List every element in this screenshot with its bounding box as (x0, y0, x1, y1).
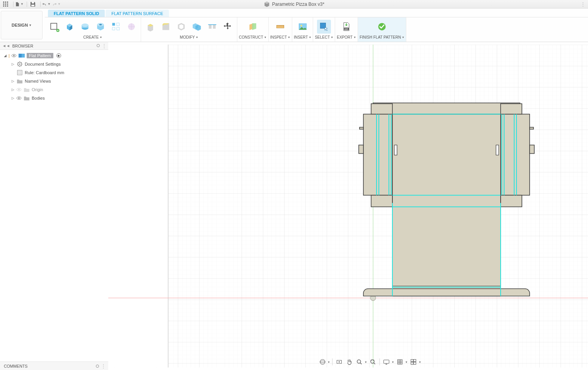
group-insert: INSERT▼ (292, 17, 313, 42)
ribbon-body: FLAT PATTERN SOLID FLAT PATTERN SURFACE (45, 8, 588, 42)
document-title: Parametric Pizza Box v3* (264, 1, 324, 7)
align-icon[interactable] (205, 20, 219, 34)
divider (380, 358, 380, 365)
expand-arrow-icon[interactable]: ▷ (11, 79, 15, 83)
caret-down-icon[interactable]: ▼ (353, 36, 356, 39)
comments-label: COMMENTS (4, 364, 27, 368)
revolve-icon[interactable] (78, 20, 92, 34)
caret-down-icon[interactable]: ▼ (405, 361, 408, 363)
combine-icon[interactable] (190, 20, 204, 34)
apps-grid-icon[interactable] (2, 0, 10, 8)
finish-flat-pattern-icon[interactable] (375, 20, 389, 34)
design-label: DESIGN (12, 23, 28, 27)
caret-down-icon[interactable]: ▼ (264, 36, 267, 39)
svg-rect-53 (363, 114, 392, 195)
svg-rect-96 (411, 360, 413, 362)
svg-rect-22 (209, 25, 211, 29)
options-dot-icon[interactable] (97, 44, 100, 47)
viewport-layout-icon[interactable] (409, 358, 418, 366)
select-icon[interactable] (317, 20, 331, 34)
svg-point-42 (18, 97, 20, 99)
workspace-switcher[interactable]: DESIGN ▼ (1, 11, 43, 39)
panel-grip-icon[interactable]: ⋮ (580, 1, 586, 7)
hole-icon[interactable] (94, 20, 107, 34)
create-label: CREATE (84, 35, 99, 39)
svg-rect-17 (112, 23, 115, 25)
expand-arrow-icon[interactable]: ▷ (11, 96, 15, 100)
visibility-off-icon[interactable] (16, 87, 22, 92)
pattern-icon[interactable] (109, 20, 123, 34)
extrude-icon[interactable] (63, 20, 77, 34)
save-icon[interactable] (29, 0, 37, 8)
tree-root[interactable]: ◢ | Flat Pattern (2, 51, 107, 60)
shell-icon[interactable] (174, 20, 188, 34)
tab-flat-pattern-solid[interactable]: FLAT PATTERN SOLID (48, 10, 105, 17)
tree-document-settings[interactable]: ▷ Document Settings (2, 60, 107, 68)
divider: | (9, 53, 10, 58)
tab-flat-pattern-surface[interactable]: FLAT PATTERN SURFACE (106, 10, 169, 17)
expand-arrow-icon[interactable]: ▷ (11, 62, 15, 66)
press-pull-icon[interactable] (143, 20, 157, 34)
tree-bodies[interactable]: ▷ Bodies (2, 94, 107, 102)
move-icon[interactable] (221, 20, 235, 34)
divider (40, 2, 41, 7)
display-settings-icon[interactable] (382, 358, 391, 366)
caret-down-icon: ▼ (20, 2, 24, 6)
caret-down-icon[interactable]: ▼ (196, 36, 198, 39)
panel-grip-icon[interactable]: ⋮ (101, 43, 107, 49)
caret-down-icon: ▼ (58, 2, 61, 6)
svg-rect-60 (530, 145, 534, 154)
caret-down-icon[interactable]: ▼ (331, 36, 333, 39)
new-file-icon[interactable]: ▼ (15, 0, 24, 8)
svg-rect-19 (112, 27, 115, 30)
tree-item-label: Bodies (32, 96, 45, 100)
svg-rect-10 (31, 5, 34, 6)
expand-arrow-icon[interactable]: ▷ (11, 88, 15, 92)
tree-rule[interactable]: Rule: Cardboard mm (2, 68, 107, 77)
zoom-icon[interactable] (355, 358, 364, 366)
svg-point-86 (320, 361, 325, 363)
look-at-icon[interactable] (335, 358, 344, 366)
caret-down-icon[interactable]: ▼ (365, 361, 367, 363)
redo-icon[interactable]: ▼ (52, 0, 61, 8)
insert-image-icon[interactable] (296, 20, 310, 34)
collapse-icon[interactable]: ◄◄ (2, 44, 10, 48)
svg-rect-0 (3, 2, 4, 3)
caret-down-icon[interactable]: ▼ (327, 361, 330, 363)
measure-icon[interactable] (273, 20, 287, 34)
tree-named-views[interactable]: ▷ Named Views (2, 77, 107, 85)
form-icon[interactable] (124, 20, 138, 34)
caret-down-icon[interactable]: ▼ (419, 361, 421, 363)
active-radio-icon[interactable] (56, 53, 61, 58)
visibility-icon[interactable] (16, 95, 22, 101)
svg-point-40 (18, 89, 20, 90)
fit-icon[interactable] (369, 358, 377, 366)
tree-origin[interactable]: ▷ Origin (2, 85, 107, 94)
options-dot-icon[interactable] (96, 365, 99, 368)
insert-label: INSERT (294, 35, 308, 39)
panel-grip-icon[interactable]: ⋮ (101, 363, 106, 369)
export-dxf-icon[interactable]: DXF (339, 20, 353, 34)
folder-icon (23, 95, 30, 101)
visibility-icon[interactable] (11, 53, 17, 58)
caret-down-icon[interactable]: ▼ (99, 36, 102, 39)
caret-down-icon[interactable]: ▼ (402, 36, 404, 39)
create-sketch-icon[interactable] (47, 20, 61, 34)
ribbon: DESIGN ▼ FLAT PATTERN SOLID FLAT PATTERN… (0, 8, 588, 42)
grid-settings-icon[interactable] (396, 358, 404, 366)
expand-arrow-icon[interactable]: ◢ (3, 54, 7, 58)
browser-header[interactable]: ◄◄ BROWSER ⋮ (0, 42, 108, 50)
plane-icon[interactable] (246, 20, 260, 34)
caret-down-icon[interactable]: ▼ (309, 36, 312, 39)
finish-label: FINISH FLAT PATTERN (360, 35, 401, 39)
caret-down-icon[interactable]: ▼ (392, 361, 394, 363)
orbit-icon[interactable] (318, 358, 327, 366)
undo-icon[interactable]: ▼ (42, 0, 51, 8)
comments-header[interactable]: COMMENTS ⋮ (0, 362, 108, 370)
svg-rect-70 (496, 145, 499, 155)
canvas[interactable]: ▼ ▼ ▼ ▼ ▼ (108, 42, 588, 370)
caret-down-icon[interactable]: ▼ (288, 36, 290, 39)
pan-icon[interactable] (345, 358, 354, 366)
fillet-icon[interactable] (159, 20, 173, 34)
rule-icon (16, 70, 23, 76)
